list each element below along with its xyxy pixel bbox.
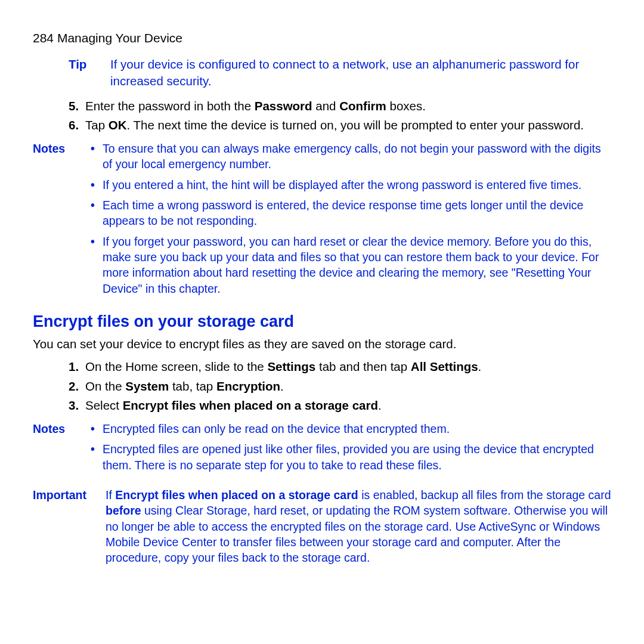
notes-callout-2: Notes • Encrypted files can only be read…: [33, 421, 611, 478]
bullet-icon: •: [91, 441, 103, 473]
step-number: 5.: [69, 98, 85, 114]
steps-list-1: 5. Enter the password in both the Passwo…: [69, 98, 611, 134]
tip-label: Tip: [69, 56, 110, 89]
steps-list-2: 1. On the Home screen, slide to the Sett…: [69, 358, 611, 414]
step-text: Select Encrypt files when placed on a st…: [85, 397, 611, 414]
note-text: Encrypted files are opened just like oth…: [103, 441, 611, 473]
note-item: • To ensure that you can always make eme…: [91, 141, 611, 172]
note-text: If you forget your password, you can har…: [103, 234, 611, 296]
page-header: 284 Managing Your Device: [33, 30, 611, 47]
note-text: Encrypted files can only be read on the …: [103, 421, 611, 436]
step-1: 1. On the Home screen, slide to the Sett…: [69, 358, 611, 375]
section-heading: Encrypt files on your storage card: [33, 311, 611, 332]
step-5: 5. Enter the password in both the Passwo…: [69, 98, 611, 114]
step-3: 3. Select Encrypt files when placed on a…: [69, 397, 611, 414]
important-text: If Encrypt files when placed on a storag…: [106, 487, 611, 566]
important-callout: Important If Encrypt files when placed o…: [33, 487, 611, 566]
step-text: Tap OK. The next time the device is turn…: [85, 117, 611, 134]
notes-content: • Encrypted files can only be read on th…: [91, 421, 611, 478]
bullet-icon: •: [91, 177, 103, 193]
note-item: • If you forget your password, you can h…: [91, 234, 611, 296]
page-number: 284: [33, 31, 54, 45]
bullet-icon: •: [91, 197, 103, 229]
step-text: Enter the password in both the Password …: [85, 98, 611, 114]
step-text: On the Home screen, slide to the Setting…: [85, 358, 611, 375]
notes-label: Notes: [33, 421, 91, 478]
bullet-icon: •: [91, 141, 103, 172]
important-label: Important: [33, 487, 106, 566]
step-number: 2.: [69, 378, 85, 395]
step-6: 6. Tap OK. The next time the device is t…: [69, 117, 611, 134]
tip-callout: Tip If your device is configured to conn…: [69, 56, 611, 89]
bullet-icon: •: [91, 421, 103, 436]
note-text: If you entered a hint, the hint will be …: [103, 177, 611, 193]
notes-content: • To ensure that you can always make eme…: [91, 141, 611, 301]
note-item: • Encrypted files are opened just like o…: [91, 441, 611, 473]
notes-label: Notes: [33, 141, 91, 301]
note-text: Each time a wrong password is entered, t…: [103, 197, 611, 229]
bullet-icon: •: [91, 234, 103, 296]
note-item: • Each time a wrong password is entered,…: [91, 197, 611, 229]
note-item: • If you entered a hint, the hint will b…: [91, 177, 611, 193]
note-item: • Encrypted files can only be read on th…: [91, 421, 611, 436]
section-intro: You can set your device to encrypt files…: [33, 336, 611, 352]
step-number: 1.: [69, 358, 85, 375]
step-number: 6.: [69, 117, 85, 134]
step-text: On the System tab, tap Encryption.: [85, 378, 611, 395]
step-2: 2. On the System tab, tap Encryption.: [69, 378, 611, 395]
notes-callout-1: Notes • To ensure that you can always ma…: [33, 141, 611, 301]
tip-text: If your device is configured to connect …: [110, 56, 611, 89]
note-text: To ensure that you can always make emerg…: [103, 141, 611, 172]
step-number: 3.: [69, 397, 85, 414]
